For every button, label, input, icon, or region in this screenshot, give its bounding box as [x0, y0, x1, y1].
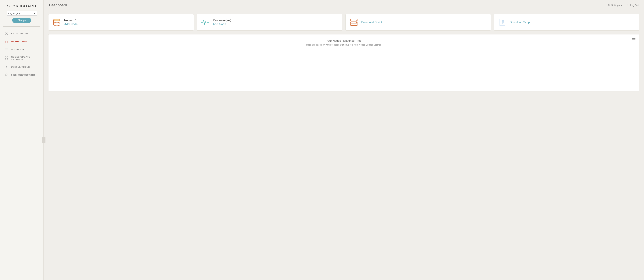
- logout-arrow-icon: [626, 4, 629, 7]
- svg-rect-6: [5, 48, 8, 49]
- settings-grid-icon: [5, 56, 8, 60]
- page-title: Dashboard: [49, 3, 67, 8]
- cards-row: Nodes : 0 Add Node Response(ms) Add Node: [48, 14, 639, 31]
- response-ms-add-link[interactable]: Add Node: [213, 23, 231, 26]
- svg-point-23: [54, 19, 60, 21]
- sidebar-item-nodes-list-label: NODES LIST: [11, 48, 26, 51]
- response-ms-card: Response(ms) Add Node: [197, 14, 342, 31]
- language-select[interactable]: English (en) Français (fr) Deutsch (de) …: [7, 11, 32, 16]
- chart-title: Your Nodes Response Time: [52, 39, 635, 43]
- sidebar-item-about-project[interactable]: i ABOUT PROJECT: [0, 29, 44, 37]
- sidebar-collapse-handle[interactable]: ‹: [42, 137, 46, 143]
- download-script-2-link[interactable]: Download Script: [510, 21, 530, 24]
- sidebar-divider: [3, 26, 40, 27]
- sidebar-item-find-bug-support[interactable]: FIND BUG/SUPPORT: [0, 71, 44, 79]
- change-language-button[interactable]: Change: [12, 18, 31, 23]
- chart-menu-icon[interactable]: [632, 38, 636, 42]
- app-logo: STORJBOARD: [7, 4, 36, 9]
- sidebar-item-useful-tools-label: USEFUL TOOLS: [11, 66, 30, 68]
- header-actions: Settings ▼ Log Out: [608, 4, 639, 7]
- sidebar-item-nodes-update-settings-label: NODES UPDATE SETTINGS: [11, 56, 39, 61]
- download-script-1-content: Download Script: [361, 21, 382, 24]
- svg-rect-30: [500, 19, 505, 26]
- nodes-count-content: Nodes : 0 Add Node: [64, 19, 78, 26]
- svg-point-28: [356, 22, 357, 23]
- download-script-2-content: Download Script: [510, 21, 530, 24]
- sidebar-item-nodes-update-settings[interactable]: NODES UPDATE SETTINGS: [0, 53, 44, 63]
- settings-chevron-icon: ▼: [621, 4, 622, 6]
- svg-rect-11: [5, 59, 6, 60]
- chart-header: Your Nodes Response Time Date axis based…: [52, 39, 635, 46]
- download-script-2-card: Download Script: [494, 14, 639, 31]
- main-content: Dashboard Settings ▼: [44, 0, 644, 280]
- chart-subtitle: Date axis based on value of 'Node Stat s…: [52, 44, 635, 46]
- search-icon: [5, 73, 8, 77]
- database-icon: [52, 18, 61, 27]
- nodes-count-card: Nodes : 0 Add Node: [48, 14, 194, 31]
- pulse-icon: [201, 18, 210, 27]
- download-script-1-link[interactable]: Download Script: [361, 21, 382, 24]
- chart-panel: Your Nodes Response Time Date axis based…: [48, 34, 639, 91]
- sidebar-nav: i ABOUT PROJECT DASHBOARD: [0, 29, 44, 79]
- svg-rect-12: [7, 59, 8, 60]
- response-ms-content: Response(ms) Add Node: [213, 19, 231, 26]
- svg-rect-8: [5, 50, 8, 51]
- settings-label: Settings: [611, 4, 620, 7]
- logout-label: Log Out: [630, 4, 639, 7]
- svg-rect-7: [5, 49, 8, 50]
- server-icon: [350, 18, 358, 27]
- svg-rect-10: [7, 57, 8, 58]
- svg-line-19: [7, 75, 8, 76]
- settings-button[interactable]: Settings ▼: [608, 4, 622, 7]
- gear-icon: [608, 4, 610, 7]
- dashboard-icon: [5, 40, 8, 43]
- language-select-wrapper[interactable]: English (en) Français (fr) Deutsch (de) …: [7, 11, 37, 16]
- logout-button[interactable]: Log Out: [626, 4, 639, 7]
- tools-icon: T: [5, 65, 8, 69]
- response-ms-title: Response(ms): [213, 19, 231, 22]
- book-icon: [498, 18, 507, 27]
- header: Dashboard Settings ▼: [44, 0, 644, 10]
- sidebar-item-about-project-label: ABOUT PROJECT: [11, 32, 32, 35]
- sidebar-item-dashboard-label: DASHBOARD: [11, 40, 27, 43]
- svg-rect-5: [7, 42, 8, 43]
- svg-rect-3: [7, 40, 8, 41]
- info-icon: i: [5, 31, 8, 35]
- svg-point-20: [608, 5, 609, 6]
- nodes-list-icon: [5, 48, 8, 51]
- svg-rect-9: [5, 57, 6, 58]
- dashboard-body: Nodes : 0 Add Node Response(ms) Add Node: [44, 10, 644, 280]
- svg-rect-4: [5, 42, 6, 43]
- nodes-count-add-link[interactable]: Add Node: [64, 23, 78, 26]
- sidebar-item-dashboard[interactable]: DASHBOARD: [0, 37, 44, 45]
- svg-text:i: i: [6, 32, 7, 35]
- svg-rect-2: [5, 40, 6, 41]
- sidebar-item-useful-tools[interactable]: T USEFUL TOOLS: [0, 63, 44, 71]
- download-script-1-card: Download Script: [346, 14, 491, 31]
- sidebar-item-find-bug-support-label: FIND BUG/SUPPORT: [11, 74, 36, 76]
- sidebar: STORJBOARD English (en) Français (fr) De…: [0, 0, 44, 280]
- sidebar-item-nodes-list[interactable]: NODES LIST: [0, 45, 44, 53]
- chevron-down-icon: ▼: [32, 12, 37, 15]
- svg-text:T: T: [6, 66, 7, 68]
- svg-point-27: [356, 20, 357, 21]
- nodes-count-title: Nodes : 0: [64, 19, 78, 22]
